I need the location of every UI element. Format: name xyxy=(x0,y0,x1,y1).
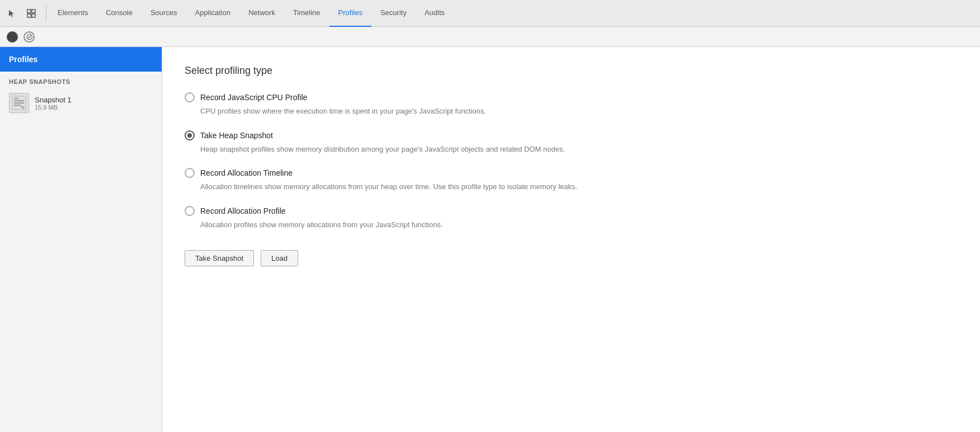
second-toolbar xyxy=(0,27,980,47)
tab-elements[interactable]: Elements xyxy=(49,0,97,27)
buttons-row: Take Snapshot Load xyxy=(185,250,958,266)
svg-rect-1 xyxy=(32,10,35,13)
sidebar-title: Profiles xyxy=(0,47,162,72)
cursor-tool-button[interactable] xyxy=(4,6,20,21)
svg-rect-6 xyxy=(14,100,24,101)
svg-rect-8 xyxy=(14,105,21,106)
allocation-profile-radio[interactable] xyxy=(185,206,195,216)
option-heap-snapshot: Take Heap Snapshot Heap snapshot profile… xyxy=(185,130,958,155)
option-allocation-timeline: Record Allocation Timeline Allocation ti… xyxy=(185,168,958,192)
option-allocation-profile: Record Allocation Profile Allocation pro… xyxy=(185,206,958,231)
svg-rect-2 xyxy=(27,14,31,17)
snapshot-name: Snapshot 1 xyxy=(35,96,72,104)
svg-rect-5 xyxy=(14,98,18,99)
section-title: Select profiling type xyxy=(185,65,958,77)
take-snapshot-button[interactable]: Take Snapshot xyxy=(185,250,254,266)
sidebar-section-header: HEAP SNAPSHOTS xyxy=(0,72,162,88)
heap-snapshot-description: Heap snapshot profiles show memory distr… xyxy=(185,144,958,155)
clear-button[interactable] xyxy=(23,31,35,43)
record-button[interactable] xyxy=(7,31,18,43)
svg-text:%: % xyxy=(21,105,25,109)
svg-rect-0 xyxy=(27,10,31,13)
snapshot-file-icon: % xyxy=(11,95,27,111)
allocation-timeline-label-row[interactable]: Record Allocation Timeline xyxy=(185,168,958,178)
tab-audits[interactable]: Audits xyxy=(416,0,454,27)
heap-snapshot-label-row[interactable]: Take Heap Snapshot xyxy=(185,130,958,140)
tab-profiles[interactable]: Profiles xyxy=(329,0,371,27)
tab-security[interactable]: Security xyxy=(371,0,416,27)
tab-timeline[interactable]: Timeline xyxy=(284,0,329,27)
inspect-icon xyxy=(27,9,36,18)
cpu-profile-title: Record JavaScript CPU Profile xyxy=(200,93,307,102)
allocation-timeline-title: Record Allocation Timeline xyxy=(200,168,293,177)
svg-rect-3 xyxy=(32,14,35,17)
cpu-profile-radio[interactable] xyxy=(185,92,195,102)
cpu-profile-label-row[interactable]: Record JavaScript CPU Profile xyxy=(185,92,958,102)
profiling-options: Record JavaScript CPU Profile CPU profil… xyxy=(185,92,958,230)
snapshot-list-item[interactable]: % Snapshot 1 15.9 MB xyxy=(0,88,162,118)
allocation-timeline-description: Allocation timelines show memory allocat… xyxy=(185,181,958,192)
tab-sources[interactable]: Sources xyxy=(142,0,186,27)
tab-application[interactable]: Application xyxy=(186,0,240,27)
heap-snapshot-title: Take Heap Snapshot xyxy=(200,131,273,140)
main-content: Select profiling type Record JavaScript … xyxy=(162,47,980,432)
option-cpu-profile: Record JavaScript CPU Profile CPU profil… xyxy=(185,92,958,117)
snapshot-size: 15.9 MB xyxy=(35,104,72,111)
toolbar-icons xyxy=(4,6,46,21)
top-toolbar: Elements Console Sources Application Net… xyxy=(0,0,980,27)
allocation-timeline-radio[interactable] xyxy=(185,168,195,178)
sidebar: Profiles HEAP SNAPSHOTS % Snapshot 1 15.… xyxy=(0,47,162,432)
heap-snapshot-radio[interactable] xyxy=(185,130,195,140)
tab-network[interactable]: Network xyxy=(239,0,284,27)
allocation-profile-description: Allocation profiles show memory allocati… xyxy=(185,219,958,231)
main-layout: Profiles HEAP SNAPSHOTS % Snapshot 1 15.… xyxy=(0,47,980,432)
nav-tabs: Elements Console Sources Application Net… xyxy=(49,0,454,27)
load-button[interactable]: Load xyxy=(261,250,298,266)
tab-console[interactable]: Console xyxy=(97,0,142,27)
allocation-profile-label-row[interactable]: Record Allocation Profile xyxy=(185,206,958,216)
allocation-profile-title: Record Allocation Profile xyxy=(200,206,286,215)
snapshot-icon: % xyxy=(9,93,29,113)
cpu-profile-description: CPU profiles show where the execution ti… xyxy=(185,106,958,117)
cursor-icon xyxy=(8,9,17,18)
snapshot-info: Snapshot 1 15.9 MB xyxy=(35,96,72,111)
inspect-tool-button[interactable] xyxy=(23,6,39,21)
svg-rect-7 xyxy=(14,102,24,104)
